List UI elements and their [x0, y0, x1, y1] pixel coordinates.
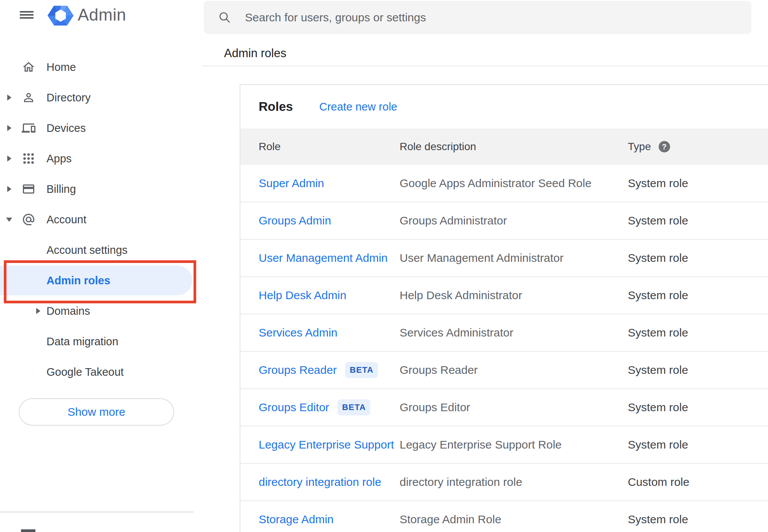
role-type: System role — [628, 326, 768, 339]
table-row: Groups Reader BETA Groups Reader System … — [240, 352, 768, 389]
help-icon[interactable]: ? — [659, 141, 670, 152]
devices-icon — [21, 121, 36, 135]
table-row: Groups Admin Groups Administrator System… — [240, 202, 768, 240]
role-link[interactable]: Groups Editor — [259, 401, 329, 414]
role-description: Groups Editor — [400, 401, 628, 414]
column-header-type-label: Type — [628, 141, 651, 153]
role-type: System role — [628, 364, 768, 377]
role-description: directory integration role — [400, 476, 628, 489]
role-type: System role — [628, 289, 768, 302]
sidebar-subitem-label: Account settings — [46, 244, 128, 256]
table-row: User Management Admin User Management Ad… — [240, 240, 768, 277]
sidebar-item-home[interactable]: Home — [0, 52, 202, 82]
table-body: Super Admin Google Apps Administrator Se… — [240, 165, 768, 532]
product-name: Admin — [78, 5, 126, 24]
sidebar-item-data-migration[interactable]: Data migration — [0, 326, 202, 357]
sidebar-subitem-label: Google Takeout — [46, 366, 124, 378]
main-content: Admin roles Roles Create new role Role R… — [202, 0, 768, 532]
create-new-role-link[interactable]: Create new role — [319, 101, 397, 113]
sidebar-item-account-settings[interactable]: Account settings — [0, 235, 202, 265]
role-description: Legacy Enterprise Support Role — [400, 438, 628, 451]
role-link[interactable]: User Management Admin — [259, 252, 388, 264]
role-link[interactable]: Help Desk Admin — [259, 289, 346, 302]
table-row: Legacy Enterprise Support Legacy Enterpr… — [240, 426, 768, 464]
sidebar-subitem-label: Admin roles — [46, 274, 110, 287]
sidebar-subitem-label: Data migration — [46, 335, 118, 348]
table-row: Storage Admin Storage Admin Role System … — [240, 501, 768, 532]
chevron-down-icon[interactable] — [6, 218, 12, 222]
beta-badge: BETA — [338, 399, 370, 415]
sidebar-item-billing[interactable]: Billing — [0, 174, 202, 204]
sidebar-header: Admin — [0, 0, 202, 30]
role-type: System role — [628, 177, 768, 190]
role-link[interactable]: directory integration role — [259, 476, 381, 489]
role-description: Help Desk Administrator — [400, 289, 628, 302]
column-header-type: Type ? — [628, 141, 768, 153]
search-input[interactable] — [245, 11, 751, 24]
role-link[interactable]: Super Admin — [259, 177, 324, 190]
sidebar-item-label: Account — [46, 213, 86, 226]
role-type: System role — [628, 252, 768, 264]
sidebar-item-google-takeout[interactable]: Google Takeout — [0, 357, 202, 387]
sidebar-item-devices[interactable]: Devices — [0, 113, 202, 143]
admin-console-screen: Admin Home Directory De — [0, 0, 768, 532]
sidebar-divider — [0, 511, 194, 513]
column-header-description: Role description — [400, 141, 628, 153]
sidebar-item-account[interactable]: Account — [0, 204, 202, 235]
column-header-role: Role — [259, 141, 400, 153]
table-row: Help Desk Admin Help Desk Administrator … — [240, 277, 768, 314]
table-row: Super Admin Google Apps Administrator Se… — [240, 165, 768, 202]
credit-card-icon — [21, 182, 36, 196]
roles-card-header: Roles Create new role — [240, 85, 768, 128]
role-link[interactable]: Legacy Enterprise Support — [259, 438, 394, 451]
chevron-right-icon[interactable] — [7, 125, 11, 131]
role-description: Google Apps Administrator Seed Role — [400, 177, 628, 190]
partial-icon — [21, 529, 35, 532]
role-link[interactable]: Services Admin — [259, 326, 338, 339]
directory-icon — [21, 90, 36, 105]
table-header-row: Role Role description Type ? — [240, 128, 768, 165]
home-icon — [21, 60, 36, 74]
card-title: Roles — [259, 99, 293, 114]
role-description: Groups Administrator — [400, 214, 628, 227]
search-icon — [218, 11, 231, 24]
sidebar: Admin Home Directory De — [0, 0, 202, 532]
chevron-right-icon[interactable] — [7, 155, 11, 162]
role-type: System role — [628, 214, 768, 227]
sidebar-item-label: Apps — [46, 152, 72, 165]
sidebar-nav: Home Directory Devices — [0, 52, 202, 426]
role-type: System role — [628, 438, 768, 451]
sidebar-item-label: Devices — [46, 122, 86, 135]
menu-icon[interactable] — [20, 11, 34, 19]
sidebar-item-label: Home — [46, 61, 76, 74]
role-link[interactable]: Storage Admin — [259, 513, 334, 526]
role-type: System role — [628, 513, 768, 526]
apps-grid-icon — [21, 151, 36, 166]
header-divider — [202, 66, 768, 66]
role-description: Groups Reader — [400, 364, 628, 377]
beta-badge: BETA — [345, 362, 378, 378]
role-description: User Management Administrator — [400, 252, 628, 264]
admin-logo-icon — [48, 5, 74, 28]
sidebar-item-domains[interactable]: Domains — [0, 296, 202, 326]
sidebar-item-directory[interactable]: Directory — [0, 82, 202, 113]
chevron-right-icon[interactable] — [7, 95, 11, 101]
chevron-right-icon[interactable] — [7, 186, 11, 192]
roles-card: Roles Create new role Role Role descript… — [240, 84, 768, 532]
role-link[interactable]: Groups Admin — [259, 214, 331, 227]
sidebar-item-label: Directory — [46, 91, 91, 104]
sidebar-item-admin-roles[interactable]: Admin roles — [0, 265, 202, 296]
at-sign-icon — [21, 212, 36, 227]
sidebar-item-label: Billing — [46, 183, 76, 195]
chevron-right-icon[interactable] — [36, 308, 40, 314]
show-more-button[interactable]: Show more — [19, 398, 174, 426]
role-type: System role — [628, 401, 768, 414]
table-row: Groups Editor BETA Groups Editor System … — [240, 389, 768, 426]
role-link[interactable]: Groups Reader — [259, 364, 337, 377]
role-description: Storage Admin Role — [400, 513, 628, 526]
role-description: Services Administrator — [400, 326, 628, 339]
breadcrumb: Admin roles — [224, 46, 286, 60]
sidebar-item-apps[interactable]: Apps — [0, 143, 202, 174]
search-bar[interactable] — [204, 1, 751, 34]
sidebar-subitem-label: Domains — [46, 305, 90, 317]
